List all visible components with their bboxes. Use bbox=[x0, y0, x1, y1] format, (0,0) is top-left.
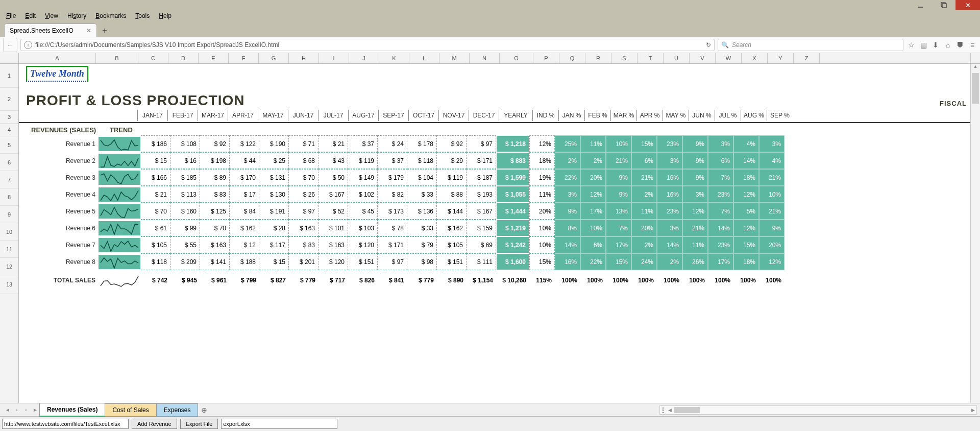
hscroll-left-icon[interactable]: ◀ bbox=[666, 408, 673, 413]
data-cell[interactable]: $ 21 bbox=[318, 135, 348, 152]
data-cell[interactable]: $ 186 bbox=[141, 135, 170, 152]
row-header[interactable]: 7 bbox=[0, 171, 18, 188]
new-tab-button[interactable]: + bbox=[97, 24, 112, 37]
column-header[interactable]: J bbox=[349, 53, 379, 63]
column-header[interactable]: X bbox=[742, 53, 768, 63]
sheet-tab-revenues[interactable]: Revenues (Sales) bbox=[39, 403, 105, 417]
data-cell[interactable]: $ 70 bbox=[289, 169, 318, 186]
star-icon[interactable]: ☆ bbox=[906, 41, 916, 49]
data-cell[interactable]: $ 88 bbox=[437, 186, 467, 203]
column-header[interactable]: Z bbox=[794, 53, 820, 63]
download-icon[interactable]: ⬇ bbox=[931, 41, 940, 49]
ind-pct-cell[interactable]: 10% bbox=[529, 220, 555, 236]
data-cell[interactable]: $ 102 bbox=[348, 186, 378, 203]
data-cell[interactable]: $ 151 bbox=[437, 253, 467, 270]
data-cell[interactable]: $ 97 bbox=[289, 203, 318, 220]
data-cell[interactable]: $ 37 bbox=[348, 135, 378, 152]
data-cell[interactable]: $ 97 bbox=[378, 253, 407, 270]
ind-pct-cell[interactable]: 10% bbox=[529, 236, 555, 253]
data-cell[interactable]: $ 29 bbox=[437, 152, 467, 169]
ind-pct-cell[interactable]: 20% bbox=[529, 203, 555, 220]
export-filename-input[interactable] bbox=[221, 419, 337, 429]
column-header[interactable]: G bbox=[259, 53, 289, 63]
data-cell[interactable]: $ 130 bbox=[259, 186, 289, 203]
column-header[interactable]: Y bbox=[768, 53, 794, 63]
reload-icon[interactable]: ↻ bbox=[706, 41, 711, 49]
column-header[interactable]: V bbox=[690, 53, 716, 63]
import-url-input[interactable] bbox=[2, 419, 129, 429]
column-header[interactable]: Q bbox=[559, 53, 585, 63]
data-cell[interactable]: $ 166 bbox=[141, 169, 170, 186]
data-cell[interactable]: $ 92 bbox=[200, 135, 230, 152]
data-cell[interactable]: $ 82 bbox=[378, 186, 407, 203]
column-header[interactable]: M bbox=[439, 53, 470, 63]
data-cell[interactable]: $ 179 bbox=[378, 169, 407, 186]
data-cell[interactable]: $ 84 bbox=[230, 203, 259, 220]
data-cell[interactable]: $ 190 bbox=[259, 135, 289, 152]
menu-edit[interactable]: Edit bbox=[21, 11, 40, 20]
horizontal-scrollbar[interactable]: ⋮ ◀ ▶ bbox=[659, 405, 977, 415]
data-cell[interactable]: $ 33 bbox=[407, 186, 437, 203]
data-cell[interactable]: $ 26 bbox=[289, 186, 318, 203]
sheet-nav-first[interactable]: ◄ bbox=[3, 407, 12, 413]
data-cell[interactable]: $ 70 bbox=[200, 220, 230, 236]
data-cell[interactable]: $ 45 bbox=[348, 203, 378, 220]
data-cell[interactable]: $ 119 bbox=[348, 152, 378, 169]
data-cell[interactable]: $ 151 bbox=[348, 253, 378, 270]
data-cell[interactable]: $ 163 bbox=[200, 236, 230, 253]
data-cell[interactable]: $ 117 bbox=[259, 236, 289, 253]
maximize-button[interactable] bbox=[932, 0, 955, 10]
data-cell[interactable]: $ 209 bbox=[170, 253, 200, 270]
data-cell[interactable]: $ 52 bbox=[318, 203, 348, 220]
row-header[interactable]: 4 bbox=[0, 124, 18, 136]
close-tab-icon[interactable]: ✕ bbox=[86, 27, 91, 34]
data-cell[interactable]: $ 71 bbox=[289, 135, 318, 152]
column-header[interactable]: B bbox=[96, 53, 138, 63]
data-cell[interactable]: $ 92 bbox=[437, 135, 467, 152]
row-header[interactable]: 13 bbox=[0, 275, 18, 294]
hamburger-icon[interactable]: ≡ bbox=[968, 41, 977, 49]
data-cell[interactable]: $ 108 bbox=[170, 135, 200, 152]
data-cell[interactable]: $ 131 bbox=[259, 169, 289, 186]
sheet-nav-last[interactable]: ► bbox=[31, 407, 40, 413]
data-cell[interactable]: $ 104 bbox=[407, 169, 437, 186]
data-cell[interactable]: $ 171 bbox=[378, 236, 407, 253]
data-cell[interactable]: $ 201 bbox=[289, 253, 318, 270]
data-cell[interactable]: $ 170 bbox=[230, 169, 259, 186]
ind-pct-cell[interactable]: 19% bbox=[529, 169, 555, 186]
row-header[interactable]: 5 bbox=[0, 136, 18, 154]
data-cell[interactable]: $ 167 bbox=[318, 186, 348, 203]
add-revenue-button[interactable]: Add Revenue bbox=[132, 419, 177, 429]
data-cell[interactable]: $ 160 bbox=[170, 203, 200, 220]
data-cell[interactable]: $ 70 bbox=[141, 203, 170, 220]
column-header[interactable]: K bbox=[379, 53, 409, 63]
scroll-up-icon[interactable]: ▲ bbox=[971, 64, 980, 72]
row-header[interactable]: 8 bbox=[0, 188, 18, 206]
row-header[interactable]: 12 bbox=[0, 258, 18, 275]
column-header[interactable]: R bbox=[585, 53, 611, 63]
column-header[interactable]: S bbox=[611, 53, 638, 63]
data-cell[interactable]: $ 105 bbox=[437, 236, 467, 253]
data-cell[interactable]: $ 167 bbox=[467, 203, 496, 220]
data-cell[interactable]: $ 144 bbox=[437, 203, 467, 220]
column-header[interactable]: D bbox=[168, 53, 199, 63]
data-cell[interactable]: $ 178 bbox=[407, 135, 437, 152]
data-cell[interactable]: $ 78 bbox=[378, 220, 407, 236]
row-header[interactable]: 10 bbox=[0, 223, 18, 241]
data-cell[interactable]: $ 21 bbox=[141, 186, 170, 203]
data-cell[interactable]: $ 50 bbox=[318, 169, 348, 186]
data-cell[interactable]: $ 25 bbox=[259, 152, 289, 169]
data-cell[interactable]: $ 125 bbox=[200, 203, 230, 220]
data-cell[interactable]: $ 83 bbox=[200, 186, 230, 203]
close-button[interactable]: ✕ bbox=[955, 0, 980, 10]
data-cell[interactable]: $ 43 bbox=[318, 152, 348, 169]
menu-history[interactable]: History bbox=[63, 11, 90, 20]
column-header[interactable]: A bbox=[19, 53, 96, 63]
address-bar[interactable]: i file:///C:/Users/admin/Documents/Sampl… bbox=[20, 39, 715, 51]
data-cell[interactable]: $ 12 bbox=[230, 236, 259, 253]
column-header[interactable]: N bbox=[470, 53, 500, 63]
row-header[interactable]: 11 bbox=[0, 241, 18, 258]
column-header[interactable]: O bbox=[500, 53, 533, 63]
export-file-button[interactable]: Export File bbox=[180, 419, 218, 429]
data-cell[interactable]: $ 188 bbox=[230, 253, 259, 270]
